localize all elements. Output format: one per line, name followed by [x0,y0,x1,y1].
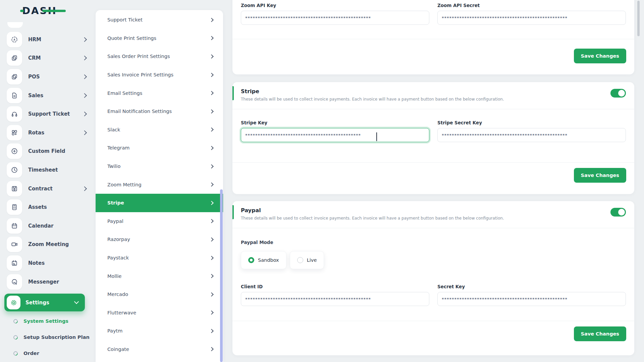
sidebar-item-pos[interactable]: POS [0,67,96,86]
subnav-item-system-settings[interactable]: System Settings [0,313,96,329]
sidebar-item-sales[interactable]: Sales [0,86,96,105]
chevron-right-icon [82,93,87,98]
settings-menu-item-telegram[interactable]: Telegram [96,139,223,157]
sidebar-item-label: Settings [25,300,75,306]
subnav-item-order[interactable]: Order [0,345,96,361]
grid-plus-icon [7,125,22,140]
zoom-api-secret-field: Zoom API Secret [437,3,626,25]
paypal-mode-live[interactable]: Live [290,251,324,269]
zoom-api-key-field: Zoom API Key [241,3,429,25]
calculator-icon [7,199,22,215]
sidebar-item-label: Timesheet [28,167,96,173]
zoom-api-key-input[interactable] [241,11,429,25]
sidebar-item-contract[interactable]: Contract [0,179,96,198]
menu-item-label: Mollie [107,274,210,279]
chevron-right-icon [209,73,214,77]
settings-menu-item-email-notification-settings[interactable]: Email Notification Settings [96,102,223,121]
settings-menu-item-mercado[interactable]: Mercado [96,285,223,304]
menu-item-label: Coingate [107,347,210,352]
save-changes-button[interactable]: Save Changes [574,49,626,63]
chevron-right-icon [209,109,214,114]
sidebar-item-timesheet[interactable]: Timesheet [0,161,96,179]
chevron-right-icon [209,54,214,59]
radio-selected-icon[interactable] [248,257,254,263]
primary-sidebar: DASH HRM CRM POS Sales Support Ti [0,0,96,362]
chevron-right-icon [209,256,214,260]
settings-menu-item-paypal[interactable]: Paypal [96,212,223,231]
subnav-item-setup-subscription-plan[interactable]: Setup Subscription Plan [0,329,96,345]
chevron-right-icon [82,186,87,191]
sidebar-item-label: HRM [28,37,83,43]
paypal-settings-card: Paypal These details will be used to col… [232,201,634,355]
settings-menu-item-paystack[interactable]: Paystack [96,249,223,267]
settings-menu-item-mollie[interactable]: Mollie [96,267,223,285]
menu-item-label: Paystack [107,255,210,260]
settings-menu-item-slack[interactable]: Slack [96,121,223,139]
chevron-right-icon [82,130,87,135]
sidebar-item-settings[interactable]: Settings [4,294,85,311]
stripe-key-input[interactable] [241,128,429,142]
sidebar-item-messenger[interactable]: Messenger [0,273,96,291]
chevron-right-icon [82,56,87,60]
settings-menu-item-zoom-metting[interactable]: Zoom Metting [96,175,223,194]
toggle-knob [618,209,625,216]
settings-menu-item-razorpay[interactable]: Razorpay [96,230,223,249]
secret-key-input[interactable] [437,292,626,306]
chevron-right-icon [209,237,214,242]
sidebar-item-hrm[interactable]: HRM [0,30,96,49]
sidebar-item-notes[interactable]: Notes [0,254,96,273]
sidebar-item-label: CRM [28,55,83,61]
menu-item-label: Sales Order Print Settings [107,54,210,59]
accent-bar [232,205,234,219]
stripe-secret-key-input[interactable] [437,128,626,142]
sidebar-item-rotas[interactable]: Rotas [0,123,96,142]
settings-menu-item-skrill[interactable]: Skrill [96,358,223,362]
sidebar-item-support-ticket[interactable]: Support Ticket [0,105,96,123]
chevron-right-icon [82,37,87,42]
chevron-right-icon [82,74,87,79]
stripe-key-field: Stripe Key [241,120,429,142]
paypal-enabled-toggle[interactable] [610,208,626,217]
save-changes-button[interactable]: Save Changes [574,326,626,341]
chevron-right-icon [209,164,214,169]
settings-menu-item-flutterwave[interactable]: Flutterwave [96,304,223,322]
sidebar-item-assets[interactable]: Assets [0,198,96,217]
bullet-icon [12,350,18,356]
client-id-input[interactable] [241,292,429,306]
sidebar-item-calendar[interactable]: Calendar [0,217,96,235]
stripe-settings-card: Stripe These details will be used to col… [232,82,634,194]
sidebar-item-crm[interactable]: CRM [0,49,96,68]
chevron-right-icon [209,146,214,150]
settings-menu-item-paytm[interactable]: Paytm [96,322,223,340]
settings-menu-item-coingate[interactable]: Coingate [96,340,223,359]
menu-scrollbar[interactable] [220,189,223,362]
settings-menu-item-twilio[interactable]: Twilio [96,157,223,176]
page-scrollbar[interactable] [637,1,640,36]
subnav-item-label: Setup Subscription Plan [23,335,90,340]
chevron-right-icon [209,91,214,95]
settings-menu-item-stripe[interactable]: Stripe [96,194,223,212]
settings-menu-item-sales-order-print-settings[interactable]: Sales Order Print Settings [96,47,223,66]
paypal-mode-label: Paypal Mode [241,240,626,245]
subnav-item-label: System Settings [23,318,68,324]
settings-menu-item-support-ticket[interactable]: Support Ticket [96,11,223,29]
paypal-mode-sandbox[interactable]: Sandbox [241,251,286,269]
settings-menu-item-sales-invoice-print-settings[interactable]: Sales Invoice Print Settings [96,66,223,84]
bullet-icon [12,318,18,324]
app-logo[interactable]: DASH [20,4,70,17]
zoom-api-secret-input[interactable] [437,11,626,25]
menu-item-label: Paypal [107,219,210,224]
stripe-enabled-toggle[interactable] [610,89,626,98]
sidebar-item-custom-field[interactable]: Custom Field [0,142,96,161]
gear-icon [7,296,20,309]
sidebar-item-label: POS [28,74,83,80]
stripe-card-header: Stripe These details will be used to col… [232,82,634,109]
sidebar-item-zoom-meeting[interactable]: Zoom Meeting [0,235,96,254]
settings-menu-item-email-settings[interactable]: Email Settings [96,84,223,102]
save-changes-button[interactable]: Save Changes [574,168,626,183]
pos-icon [7,69,22,84]
field-label: Client ID [241,284,429,289]
settings-menu-item-quote-print-settings[interactable]: Quote Print Settings [96,29,223,48]
paypal-card-header: Paypal These details will be used to col… [232,201,634,228]
radio-unselected-icon[interactable] [297,257,303,263]
